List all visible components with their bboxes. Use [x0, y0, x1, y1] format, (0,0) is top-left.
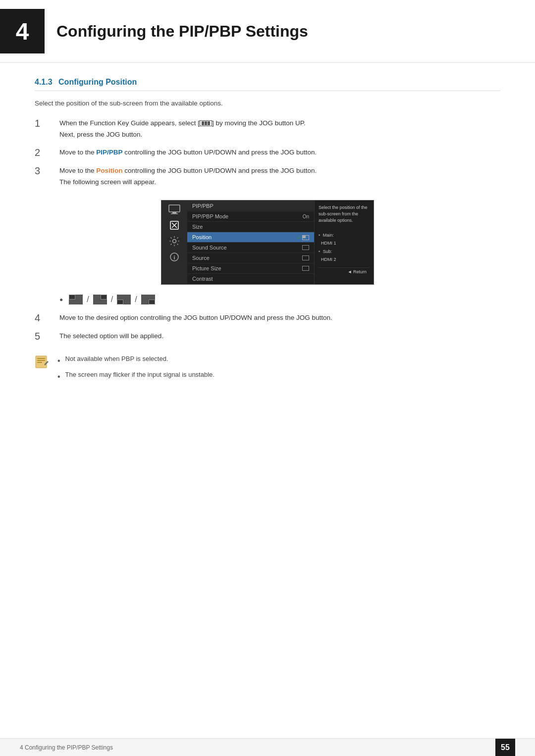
step-3: 3 Move to the Position controlling the J… [35, 165, 500, 188]
screenshot-menu: PIP/PBP PIP/PBP Mode On Size Position ✓ [187, 201, 314, 284]
step-5-number: 5 [35, 331, 59, 342]
svg-rect-11 [37, 360, 45, 361]
page-footer: 4 Configuring the PIP/PBP Settings 55 [0, 738, 535, 756]
settings-icon [167, 236, 181, 246]
menu-item-contrast: Contrast [187, 274, 314, 284]
screenshot-sidebar: i [161, 201, 187, 284]
subtitle-paragraph: Select the position of the sub-screen fr… [35, 98, 500, 109]
step-3-text: Move to the Position controlling the JOG… [59, 165, 317, 188]
note-content: • Not available when PBP is selected. • … [57, 354, 500, 386]
step-1: 1 When the Function Key Guide appears, s… [35, 118, 500, 141]
step-1-number: 1 [35, 118, 59, 129]
menu-item-source: Source [187, 253, 314, 263]
step-5: 5 The selected option will be applied. [35, 331, 500, 342]
info-icon: i [167, 252, 181, 262]
step-2: 2 Move to the PIP/PBP controlling the JO… [35, 147, 500, 158]
footer-page-number: 55 [495, 739, 515, 756]
note-item-1: • Not available when PBP is selected. [57, 354, 500, 367]
svg-rect-2 [171, 213, 178, 214]
note-bullet-1: • [57, 355, 60, 367]
note-item-2: • The screen may flicker if the input si… [57, 370, 500, 383]
menu-item-position: Position ✓ [187, 232, 314, 243]
screenshot-sidebar-right: Select the position of the sub-screen fr… [314, 201, 374, 284]
footer-right: 55 [495, 739, 515, 756]
svg-rect-1 [172, 212, 176, 213]
step-2-number: 2 [35, 147, 59, 158]
separator-3: / [135, 295, 137, 304]
svg-rect-10 [37, 358, 45, 359]
note-text-2: The screen may flicker if the input sign… [65, 370, 214, 380]
step-5-text: The selected option will be applied. [59, 331, 163, 342]
section-heading: 4.1.3 Configuring Position [35, 78, 500, 91]
page-content: 4.1.3 Configuring Position Select the po… [0, 78, 535, 386]
chapter-number: 4 [0, 9, 45, 53]
step-4: 4 Move to the desired option controlling… [35, 312, 500, 324]
note-text-1: Not available when PBP is selected. [65, 354, 168, 364]
section-title: Configuring Position [58, 78, 137, 86]
steps-list: 1 When the Function Key Guide appears, s… [35, 118, 500, 189]
menu-screenshot: i PIP/PBP PIP/PBP Mode On Size Position [161, 200, 374, 285]
menu-item-pipmode: PIP/PBP Mode On [187, 211, 314, 222]
step-3-highlight: Position [96, 167, 122, 174]
sidebar-right-sources: • Main: HDMI 1 • Sub: HDMI 2 [319, 231, 370, 263]
step-1-text: When the Function Key Guide appears, sel… [59, 118, 306, 141]
menu-item-picturesize: Picture Size [187, 263, 314, 274]
note-icon [35, 355, 51, 369]
position-top-right-icon [93, 295, 107, 304]
menu-item-sound: Sound Source [187, 243, 314, 253]
position-bottom-left-icon [117, 295, 131, 304]
separator-2: / [111, 295, 113, 304]
screenshot-container: i PIP/PBP PIP/PBP Mode On Size Position [35, 200, 500, 285]
return-button: ◄ Return [319, 267, 370, 276]
menu-title: PIP/PBP [187, 201, 314, 211]
svg-text:i: i [173, 254, 175, 260]
page-header: 4 Configuring the PIP/PBP Settings [0, 0, 535, 63]
position-icons-row: ● / / / [59, 295, 500, 304]
sidebar-right-description: Select the position of the sub-screen fr… [319, 204, 370, 223]
section-number: 4.1.3 [35, 78, 53, 86]
menu-item-size: Size [187, 222, 314, 232]
position-top-left-icon [69, 295, 83, 304]
svg-rect-12 [37, 362, 42, 363]
svg-point-6 [173, 240, 176, 243]
monitor-icon [167, 204, 181, 214]
chapter-title: Configuring the PIP/PBP Settings [56, 22, 308, 41]
bullet-icon: ● [59, 296, 63, 303]
step-2-highlight: PIP/PBP [96, 149, 122, 156]
note-section: • Not available when PBP is selected. • … [35, 354, 500, 386]
steps-4-5-list: 4 Move to the desired option controlling… [35, 312, 500, 342]
svg-rect-0 [169, 205, 180, 212]
step-3-number: 3 [35, 165, 59, 177]
separator-1: / [87, 295, 89, 304]
note-bullet-2: • [57, 371, 60, 383]
close-icon [167, 220, 181, 230]
footer-chapter-label: 4 Configuring the PIP/PBP Settings [20, 744, 113, 751]
step-4-text: Move to the desired option controlling t… [59, 312, 332, 324]
step-4-number: 4 [35, 312, 59, 324]
step-2-text: Move to the PIP/PBP controlling the JOG … [59, 147, 317, 158]
position-bottom-right-icon [141, 295, 155, 304]
